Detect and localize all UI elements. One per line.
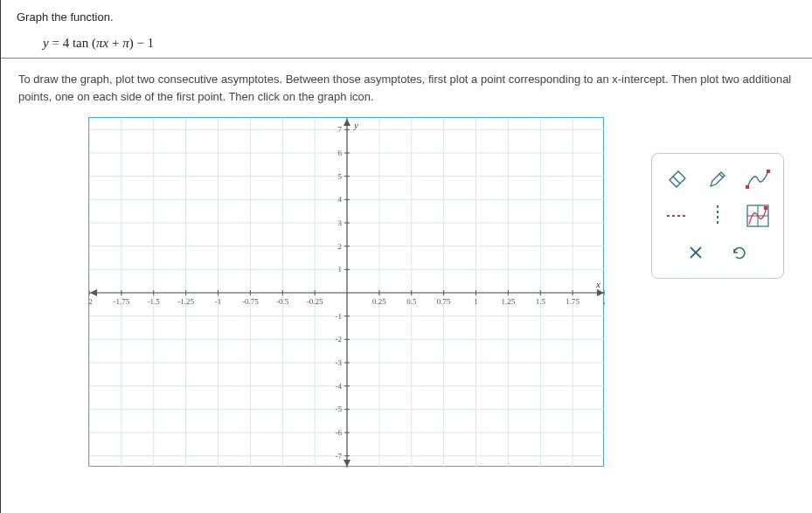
svg-text:-1: -1 [336,312,343,321]
svg-text:-1.25: -1.25 [177,297,194,306]
svg-text:3: 3 [338,218,343,227]
curve-tool[interactable] [741,163,774,196]
svg-text:-3: -3 [336,358,343,367]
svg-text:-5: -5 [336,405,343,413]
svg-text:-0.75: -0.75 [242,297,259,306]
svg-text:1: 1 [474,297,478,306]
svg-text:0.25: 0.25 [372,297,386,306]
eraser-icon [666,170,689,188]
svg-text:-1: -1 [215,297,222,306]
svg-rect-100 [746,185,749,189]
svg-text:0.75: 0.75 [437,297,451,306]
svg-text:1: 1 [338,265,343,274]
graph-canvas[interactable]: -2-1.75-1.5-1.25-1-0.75-0.5-0.250.250.50… [88,117,604,467]
horizontal-asymptote-tool[interactable] [661,199,694,232]
svg-text:-2: -2 [89,297,93,306]
pencil-tool[interactable] [701,163,734,196]
instruction-text: To draw the graph, plot two consecutive … [18,71,795,105]
function-equation: y = 4 tan (πx + π) − 1 [43,36,796,51]
svg-text:1.75: 1.75 [566,297,580,306]
svg-text:1.5: 1.5 [536,297,546,306]
svg-text:5: 5 [338,172,343,181]
svg-marker-34 [597,289,604,296]
svg-text:1.25: 1.25 [502,297,516,306]
vertical-asymptote-tool[interactable] [701,199,734,232]
svg-rect-107 [764,206,767,210]
svg-text:-0.25: -0.25 [307,297,323,306]
svg-text:-0.5: -0.5 [276,297,289,306]
delete-button[interactable] [679,236,712,269]
svg-text:7: 7 [338,125,343,134]
svg-text:-2: -2 [336,335,343,343]
svg-text:0.5: 0.5 [406,297,417,306]
svg-text:4: 4 [338,195,343,204]
svg-text:2: 2 [338,242,343,251]
svg-text:-1.5: -1.5 [148,297,161,306]
undo-icon [731,244,748,261]
svg-text:-1.75: -1.75 [114,297,130,306]
prompt-title: Graph the function. [17,10,796,24]
curve-icon [746,170,770,189]
svg-marker-35 [90,289,97,296]
svg-marker-36 [344,119,350,126]
svg-text:y: y [353,120,358,130]
svg-text:-7: -7 [336,452,343,461]
v-asymptote-icon [712,204,723,228]
svg-text:6: 6 [338,149,343,157]
svg-text:2: 2 [603,297,605,306]
undo-button[interactable] [723,236,756,269]
graph-icon [746,205,769,227]
graph-button[interactable] [741,199,774,232]
pencil-icon [708,170,727,189]
eraser-tool[interactable] [661,163,694,196]
svg-text:x: x [595,279,600,289]
graph-toolbox [651,153,784,279]
svg-text:-6: -6 [336,428,343,437]
close-icon [689,246,703,260]
h-asymptote-icon [665,211,690,221]
svg-text:-4: -4 [336,382,343,391]
svg-rect-101 [767,170,770,173]
svg-marker-37 [344,460,350,467]
